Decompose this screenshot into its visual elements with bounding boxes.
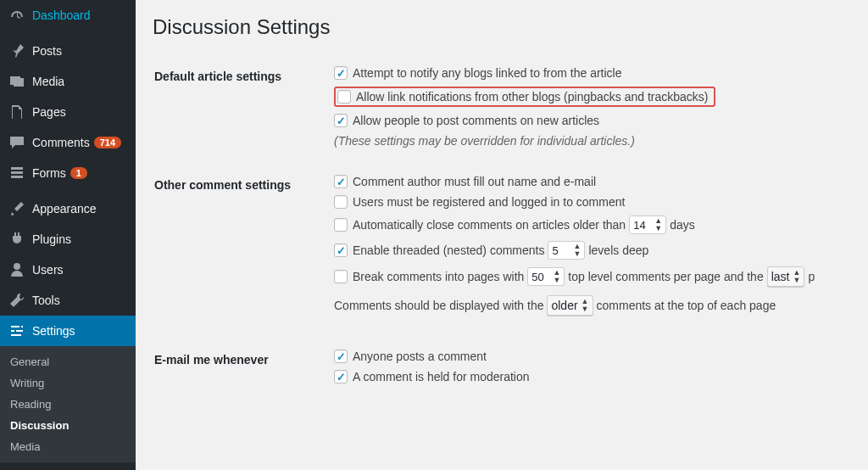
section-heading-email-me: E-mail me whenever [154, 339, 332, 406]
menu-label: Dashboard [32, 8, 91, 22]
menu-users[interactable]: Users [0, 255, 136, 285]
label-paginate-mid: top level comments per page and the [568, 270, 763, 283]
label-display-order-after: comments at the top of each page [597, 299, 776, 312]
default-article-note: (These settings may be overridden for in… [334, 134, 849, 148]
label-allow-comments[interactable]: Allow people to post comments on new art… [353, 114, 599, 127]
menu-label: Pages [32, 105, 66, 119]
menu-label: Media [32, 75, 64, 88]
label-allow-pingbacks[interactable]: Allow link notifications from other blog… [356, 90, 709, 104]
menu-plugins[interactable]: Plugins [0, 224, 136, 255]
menu-label: Settings [32, 324, 75, 338]
users-icon [8, 261, 25, 278]
checkbox-notify-blogs[interactable] [334, 66, 348, 80]
pin-icon [8, 42, 25, 59]
brush-icon [8, 200, 25, 217]
checkbox-allow-pingbacks[interactable] [337, 90, 351, 104]
forms-icon [8, 165, 25, 182]
section-heading-default-article: Default article settings [154, 56, 332, 163]
stepper-icon[interactable]: ▲▼ [581, 298, 589, 313]
select-display-order[interactable]: older ▲▼ [547, 295, 593, 316]
menu-label: Forms [32, 166, 66, 180]
content-area: Discussion Settings Default article sett… [136, 0, 868, 470]
dashboard-icon [8, 7, 25, 24]
submenu-reading[interactable]: Reading [0, 394, 136, 415]
label-held-moderation[interactable]: A comment is held for moderation [353, 370, 530, 383]
pages-icon [8, 104, 25, 120]
select-paginate-page[interactable]: last ▲▼ [767, 266, 805, 287]
menu-label: Users [32, 263, 64, 277]
checkbox-require-registered[interactable] [334, 195, 348, 209]
input-auto-close-days[interactable]: 14 ▲▼ [629, 215, 666, 234]
menu-label: Comments [32, 136, 90, 149]
comments-icon [8, 134, 25, 151]
stepper-icon[interactable]: ▲▼ [553, 269, 560, 284]
label-require-name-email[interactable]: Comment author must fill out name and e-… [353, 175, 596, 188]
checkbox-auto-close[interactable] [334, 218, 348, 232]
label-anyone-posts[interactable]: Anyone posts a comment [353, 350, 487, 363]
input-paginate-per-page[interactable]: 50 ▲▼ [527, 267, 565, 286]
menu-label: Posts [32, 44, 62, 58]
wrench-icon [8, 292, 25, 309]
menu-posts[interactable]: Posts [0, 36, 136, 66]
settings-sliders-icon [8, 322, 25, 339]
label-threaded-after: levels deep [588, 243, 648, 257]
checkbox-paginate[interactable] [334, 270, 348, 283]
menu-settings[interactable]: Settings [0, 316, 136, 346]
label-paginate-after: p [808, 270, 815, 283]
menu-label: Tools [32, 294, 60, 307]
submenu-discussion[interactable]: Discussion [0, 415, 136, 436]
label-auto-close-after: days [670, 218, 695, 232]
checkbox-anyone-posts[interactable] [334, 350, 348, 363]
label-display-order-before: Comments should be displayed with the [334, 299, 543, 312]
label-auto-close-before[interactable]: Automatically close comments on articles… [353, 218, 626, 232]
menu-label: Appearance [32, 202, 97, 215]
checkbox-threaded[interactable] [334, 243, 348, 257]
admin-sidebar: Dashboard Posts Media Pages Comments 714… [0, 0, 136, 470]
plug-icon [8, 231, 25, 248]
menu-dashboard[interactable]: Dashboard [0, 0, 136, 31]
submenu-writing[interactable]: Writing [0, 372, 136, 394]
label-threaded-before[interactable]: Enable threaded (nested) comments [353, 243, 544, 257]
highlight-pingbacks: Allow link notifications from other blog… [334, 87, 715, 107]
submenu-general[interactable]: General [0, 351, 136, 372]
label-paginate-before[interactable]: Break comments into pages with [353, 270, 524, 283]
stepper-icon[interactable]: ▲▼ [654, 217, 662, 232]
active-arrow-icon [136, 324, 142, 338]
page-title: Discussion Settings [153, 15, 851, 39]
menu-comments[interactable]: Comments 714 [0, 127, 136, 158]
menu-forms[interactable]: Forms 1 [0, 158, 136, 188]
menu-media[interactable]: Media [0, 66, 136, 97]
menu-label: Plugins [32, 232, 71, 246]
checkbox-held-moderation[interactable] [334, 370, 348, 383]
menu-appearance[interactable]: Appearance [0, 193, 136, 224]
settings-submenu: General Writing Reading Discussion Media [0, 346, 136, 462]
menu-pages[interactable]: Pages [0, 97, 136, 127]
submenu-media[interactable]: Media [0, 436, 136, 457]
media-icon [8, 73, 25, 90]
label-notify-blogs[interactable]: Attempt to notify any blogs linked to fr… [353, 66, 622, 80]
stepper-icon[interactable]: ▲▼ [793, 269, 801, 284]
forms-count-badge: 1 [70, 167, 87, 179]
checkbox-allow-comments[interactable] [334, 114, 348, 127]
stepper-icon[interactable]: ▲▼ [574, 243, 581, 258]
checkbox-require-name-email[interactable] [334, 175, 348, 188]
comments-count-badge: 714 [94, 137, 121, 148]
input-threaded-levels[interactable]: 5 ▲▼ [548, 241, 585, 260]
section-heading-other-comment: Other comment settings [154, 165, 332, 338]
label-require-registered[interactable]: Users must be registered and logged in t… [353, 195, 625, 209]
menu-tools[interactable]: Tools [0, 285, 136, 316]
